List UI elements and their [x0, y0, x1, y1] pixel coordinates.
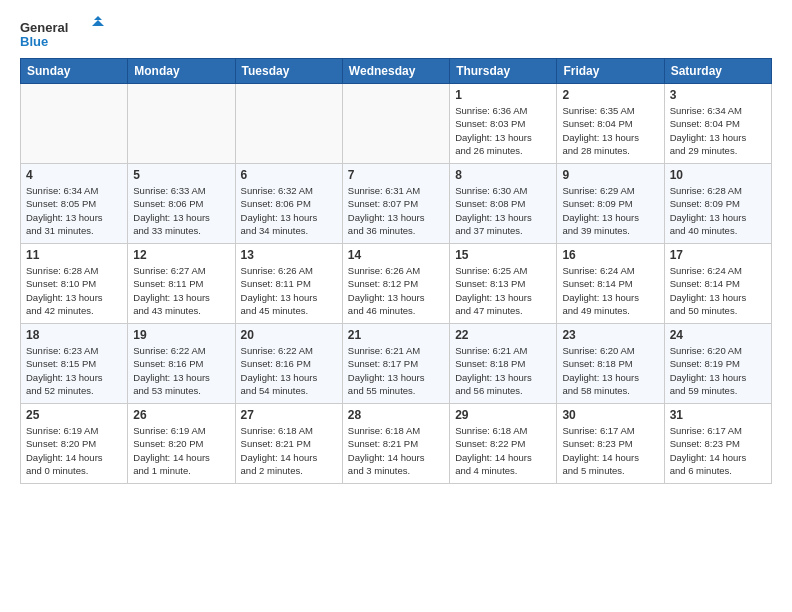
calendar-week-row: 18Sunrise: 6:23 AMSunset: 8:15 PMDayligh… — [21, 324, 772, 404]
calendar-cell: 7Sunrise: 6:31 AMSunset: 8:07 PMDaylight… — [342, 164, 449, 244]
day-info: Sunrise: 6:32 AMSunset: 8:06 PMDaylight:… — [241, 184, 337, 237]
day-info: Sunrise: 6:26 AMSunset: 8:12 PMDaylight:… — [348, 264, 444, 317]
day-number: 19 — [133, 328, 229, 342]
calendar-week-row: 25Sunrise: 6:19 AMSunset: 8:20 PMDayligh… — [21, 404, 772, 484]
day-info: Sunrise: 6:28 AMSunset: 8:10 PMDaylight:… — [26, 264, 122, 317]
day-number: 18 — [26, 328, 122, 342]
day-info: Sunrise: 6:22 AMSunset: 8:16 PMDaylight:… — [133, 344, 229, 397]
day-info: Sunrise: 6:31 AMSunset: 8:07 PMDaylight:… — [348, 184, 444, 237]
day-number: 12 — [133, 248, 229, 262]
day-number: 27 — [241, 408, 337, 422]
calendar-cell: 23Sunrise: 6:20 AMSunset: 8:18 PMDayligh… — [557, 324, 664, 404]
calendar-table: SundayMondayTuesdayWednesdayThursdayFrid… — [20, 58, 772, 484]
logo-svg: General Blue — [20, 16, 110, 52]
calendar-cell: 12Sunrise: 6:27 AMSunset: 8:11 PMDayligh… — [128, 244, 235, 324]
calendar-cell: 11Sunrise: 6:28 AMSunset: 8:10 PMDayligh… — [21, 244, 128, 324]
calendar-cell: 26Sunrise: 6:19 AMSunset: 8:20 PMDayligh… — [128, 404, 235, 484]
calendar-cell: 31Sunrise: 6:17 AMSunset: 8:23 PMDayligh… — [664, 404, 771, 484]
day-number: 14 — [348, 248, 444, 262]
day-number: 17 — [670, 248, 766, 262]
day-number: 28 — [348, 408, 444, 422]
weekday-header-friday: Friday — [557, 59, 664, 84]
day-number: 1 — [455, 88, 551, 102]
day-number: 26 — [133, 408, 229, 422]
calendar-cell — [21, 84, 128, 164]
day-number: 15 — [455, 248, 551, 262]
day-info: Sunrise: 6:19 AMSunset: 8:20 PMDaylight:… — [26, 424, 122, 477]
day-number: 21 — [348, 328, 444, 342]
day-info: Sunrise: 6:25 AMSunset: 8:13 PMDaylight:… — [455, 264, 551, 317]
day-number: 8 — [455, 168, 551, 182]
svg-marker-2 — [94, 16, 102, 20]
day-number: 7 — [348, 168, 444, 182]
day-number: 25 — [26, 408, 122, 422]
weekday-header-monday: Monday — [128, 59, 235, 84]
day-info: Sunrise: 6:29 AMSunset: 8:09 PMDaylight:… — [562, 184, 658, 237]
calendar-cell — [342, 84, 449, 164]
day-info: Sunrise: 6:33 AMSunset: 8:06 PMDaylight:… — [133, 184, 229, 237]
calendar-cell: 22Sunrise: 6:21 AMSunset: 8:18 PMDayligh… — [450, 324, 557, 404]
calendar-cell: 16Sunrise: 6:24 AMSunset: 8:14 PMDayligh… — [557, 244, 664, 324]
day-info: Sunrise: 6:35 AMSunset: 8:04 PMDaylight:… — [562, 104, 658, 157]
day-info: Sunrise: 6:21 AMSunset: 8:18 PMDaylight:… — [455, 344, 551, 397]
logo: General Blue — [20, 16, 110, 52]
day-number: 3 — [670, 88, 766, 102]
day-number: 10 — [670, 168, 766, 182]
calendar-cell: 25Sunrise: 6:19 AMSunset: 8:20 PMDayligh… — [21, 404, 128, 484]
day-info: Sunrise: 6:17 AMSunset: 8:23 PMDaylight:… — [670, 424, 766, 477]
calendar-cell: 27Sunrise: 6:18 AMSunset: 8:21 PMDayligh… — [235, 404, 342, 484]
day-number: 11 — [26, 248, 122, 262]
weekday-header-saturday: Saturday — [664, 59, 771, 84]
calendar-cell: 18Sunrise: 6:23 AMSunset: 8:15 PMDayligh… — [21, 324, 128, 404]
calendar-cell: 3Sunrise: 6:34 AMSunset: 8:04 PMDaylight… — [664, 84, 771, 164]
day-info: Sunrise: 6:26 AMSunset: 8:11 PMDaylight:… — [241, 264, 337, 317]
calendar-cell: 1Sunrise: 6:36 AMSunset: 8:03 PMDaylight… — [450, 84, 557, 164]
calendar-cell: 8Sunrise: 6:30 AMSunset: 8:08 PMDaylight… — [450, 164, 557, 244]
day-number: 6 — [241, 168, 337, 182]
day-info: Sunrise: 6:17 AMSunset: 8:23 PMDaylight:… — [562, 424, 658, 477]
svg-marker-3 — [92, 20, 104, 26]
day-number: 2 — [562, 88, 658, 102]
calendar-cell: 17Sunrise: 6:24 AMSunset: 8:14 PMDayligh… — [664, 244, 771, 324]
day-info: Sunrise: 6:20 AMSunset: 8:18 PMDaylight:… — [562, 344, 658, 397]
day-info: Sunrise: 6:18 AMSunset: 8:21 PMDaylight:… — [348, 424, 444, 477]
day-info: Sunrise: 6:28 AMSunset: 8:09 PMDaylight:… — [670, 184, 766, 237]
calendar-cell: 10Sunrise: 6:28 AMSunset: 8:09 PMDayligh… — [664, 164, 771, 244]
day-number: 5 — [133, 168, 229, 182]
calendar-cell: 29Sunrise: 6:18 AMSunset: 8:22 PMDayligh… — [450, 404, 557, 484]
calendar-week-row: 4Sunrise: 6:34 AMSunset: 8:05 PMDaylight… — [21, 164, 772, 244]
day-info: Sunrise: 6:36 AMSunset: 8:03 PMDaylight:… — [455, 104, 551, 157]
page: General Blue SundayMondayTuesdayWednesda… — [0, 0, 792, 494]
day-info: Sunrise: 6:30 AMSunset: 8:08 PMDaylight:… — [455, 184, 551, 237]
day-info: Sunrise: 6:19 AMSunset: 8:20 PMDaylight:… — [133, 424, 229, 477]
day-number: 22 — [455, 328, 551, 342]
calendar-cell — [128, 84, 235, 164]
day-number: 31 — [670, 408, 766, 422]
day-info: Sunrise: 6:27 AMSunset: 8:11 PMDaylight:… — [133, 264, 229, 317]
calendar-cell: 28Sunrise: 6:18 AMSunset: 8:21 PMDayligh… — [342, 404, 449, 484]
weekday-header-row: SundayMondayTuesdayWednesdayThursdayFrid… — [21, 59, 772, 84]
calendar-cell: 14Sunrise: 6:26 AMSunset: 8:12 PMDayligh… — [342, 244, 449, 324]
calendar-cell: 24Sunrise: 6:20 AMSunset: 8:19 PMDayligh… — [664, 324, 771, 404]
day-number: 29 — [455, 408, 551, 422]
calendar-cell: 9Sunrise: 6:29 AMSunset: 8:09 PMDaylight… — [557, 164, 664, 244]
day-info: Sunrise: 6:24 AMSunset: 8:14 PMDaylight:… — [670, 264, 766, 317]
weekday-header-tuesday: Tuesday — [235, 59, 342, 84]
day-number: 30 — [562, 408, 658, 422]
calendar-cell: 2Sunrise: 6:35 AMSunset: 8:04 PMDaylight… — [557, 84, 664, 164]
weekday-header-wednesday: Wednesday — [342, 59, 449, 84]
calendar-cell: 13Sunrise: 6:26 AMSunset: 8:11 PMDayligh… — [235, 244, 342, 324]
svg-text:General: General — [20, 20, 68, 35]
day-info: Sunrise: 6:24 AMSunset: 8:14 PMDaylight:… — [562, 264, 658, 317]
day-number: 4 — [26, 168, 122, 182]
day-info: Sunrise: 6:34 AMSunset: 8:05 PMDaylight:… — [26, 184, 122, 237]
calendar-cell: 19Sunrise: 6:22 AMSunset: 8:16 PMDayligh… — [128, 324, 235, 404]
calendar-cell — [235, 84, 342, 164]
calendar-cell: 21Sunrise: 6:21 AMSunset: 8:17 PMDayligh… — [342, 324, 449, 404]
calendar-week-row: 1Sunrise: 6:36 AMSunset: 8:03 PMDaylight… — [21, 84, 772, 164]
day-info: Sunrise: 6:23 AMSunset: 8:15 PMDaylight:… — [26, 344, 122, 397]
day-info: Sunrise: 6:18 AMSunset: 8:22 PMDaylight:… — [455, 424, 551, 477]
day-info: Sunrise: 6:18 AMSunset: 8:21 PMDaylight:… — [241, 424, 337, 477]
calendar-week-row: 11Sunrise: 6:28 AMSunset: 8:10 PMDayligh… — [21, 244, 772, 324]
calendar-cell: 6Sunrise: 6:32 AMSunset: 8:06 PMDaylight… — [235, 164, 342, 244]
